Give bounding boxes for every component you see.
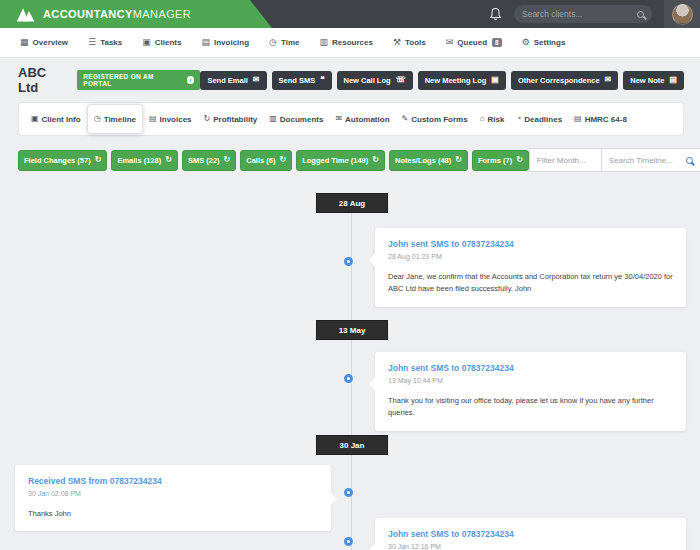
overview-grid-icon: ▦ xyxy=(20,38,29,47)
tasks-list-icon: ☰ xyxy=(88,38,96,47)
tab-risk[interactable]: ⌂Risk xyxy=(474,102,511,136)
filter-forms-button[interactable]: Forms (7)↻ xyxy=(472,150,529,171)
button-label: New Meeting Log xyxy=(425,76,487,85)
nav-label: Invoicing xyxy=(214,38,249,47)
timeline-search-input[interactable] xyxy=(602,149,686,171)
tab-profitability[interactable]: ↻Profitability xyxy=(198,102,264,136)
notifications-bell-icon[interactable] xyxy=(489,7,502,21)
refresh-icon: ↻ xyxy=(455,156,462,164)
top-header: ACCOUNTANCYMANAGER xyxy=(0,0,700,28)
tab-timeline[interactable]: ◷Timeline xyxy=(87,104,143,134)
tab-invoices[interactable]: ▤Invoices xyxy=(143,102,198,136)
brand-name: ACCOUNTANCYMANAGER xyxy=(43,8,191,20)
new-note-button[interactable]: New Note▤ xyxy=(623,71,684,90)
filter-calls-button[interactable]: Calls (6)↻ xyxy=(240,150,292,171)
client-name: ABC Ltd xyxy=(18,65,69,95)
tab-hmrc-64-8[interactable]: ▤HMRC 64-8 xyxy=(568,102,633,136)
info-icon: i xyxy=(187,76,195,84)
search-icon[interactable] xyxy=(637,11,644,18)
tab-automation[interactable]: ✉Automation xyxy=(329,102,395,136)
clients-icon: ▣ xyxy=(142,38,151,47)
send-email-button[interactable]: Send Email✉ xyxy=(200,71,266,90)
tab-label: Profitability xyxy=(213,115,257,124)
button-label: Other Correspondence xyxy=(518,76,600,85)
timeline-date-chip: 13 May xyxy=(316,320,388,340)
tab-deadlines[interactable]: ◔Deadlines xyxy=(510,102,568,136)
filter-emails-button[interactable]: Emails (128)↻ xyxy=(111,150,177,171)
timeline-feed: 28 Aug John sent SMS to 07837234234 28 A… xyxy=(0,188,700,550)
client-search-input[interactable] xyxy=(522,9,637,19)
filter-sms-button[interactable]: SMS (22)↻ xyxy=(182,150,236,171)
filter-label: Emails (128) xyxy=(117,156,161,165)
button-label: Send Email xyxy=(207,76,247,85)
new-call-log-button[interactable]: New Call Log☏ xyxy=(337,71,413,90)
automation-envelope-icon: ✉ xyxy=(335,115,342,123)
timeline-entry-link[interactable]: John sent SMS to 07837234234 xyxy=(388,363,673,373)
main-nav: ▦Overview ☰Tasks ▣Clients ▤Invoicing ◷Ti… xyxy=(0,28,700,58)
tab-custom-forms[interactable]: ✎Custom Forms xyxy=(396,102,474,136)
custom-forms-pencil-icon: ✎ xyxy=(402,115,409,123)
user-menu[interactable] xyxy=(664,0,700,28)
nav-item-queued[interactable]: ✉Queued8 xyxy=(436,28,512,58)
phone-icon: ☏ xyxy=(396,76,406,84)
filter-label: Field Changes (57) xyxy=(24,156,91,165)
queued-envelope-icon: ✉ xyxy=(446,38,454,47)
documents-folder-icon: ▥ xyxy=(269,115,277,123)
filter-month-input[interactable] xyxy=(529,148,601,172)
timeline-date-chip: 28 Aug xyxy=(316,193,388,213)
brand-logo-icon xyxy=(16,6,36,22)
nav-label: Queued xyxy=(457,38,487,47)
filter-field-changes-button[interactable]: Field Changes (57)↻ xyxy=(18,150,107,171)
filter-notes-logs-button[interactable]: Notes/Logs (48)↻ xyxy=(389,150,468,171)
profitability-icon: ↻ xyxy=(204,115,211,123)
sms-bubble-icon: ❝ xyxy=(320,76,324,84)
send-sms-button[interactable]: Send SMS❝ xyxy=(272,71,332,90)
client-action-buttons: Send Email✉ Send SMS❝ New Call Log☏ New … xyxy=(200,71,684,90)
client-search xyxy=(514,5,652,23)
timeline-search xyxy=(601,148,700,172)
nav-item-invoicing[interactable]: ▤Invoicing xyxy=(191,28,259,58)
new-meeting-log-button[interactable]: New Meeting Log▣ xyxy=(418,71,506,90)
nav-item-tools[interactable]: ⚒Tools xyxy=(383,28,436,58)
refresh-icon: ↻ xyxy=(516,156,523,164)
nav-item-tasks[interactable]: ☰Tasks xyxy=(78,28,132,58)
settings-gear-icon: ⚙ xyxy=(522,38,530,47)
header-right-cluster xyxy=(489,0,700,28)
nav-label: Time xyxy=(281,38,300,47)
nav-item-settings[interactable]: ⚙Settings xyxy=(512,28,576,58)
user-avatar[interactable] xyxy=(672,4,693,25)
timeline-node-dot xyxy=(344,257,353,266)
tab-label: Timeline xyxy=(104,115,136,124)
brand-name-bold: ACCOUNTANCY xyxy=(43,8,133,20)
tools-wrench-icon: ⚒ xyxy=(393,38,401,47)
portal-badge-label: REGISTERED ON AM PORTAL xyxy=(83,73,182,87)
tab-client-info[interactable]: ▣Client Info xyxy=(25,102,87,136)
timeline-node-dot xyxy=(344,488,353,497)
hmrc-document-icon: ▤ xyxy=(574,115,582,123)
timeline-entry-link[interactable]: John sent SMS to 07837234234 xyxy=(388,239,673,249)
timeline-entry-link[interactable]: John sent SMS to 07837234234 xyxy=(388,529,673,539)
tab-label: Client Info xyxy=(42,115,81,124)
other-correspondence-button[interactable]: Other Correspondence✉ xyxy=(511,71,618,90)
tab-label: Custom Forms xyxy=(411,115,467,124)
refresh-icon: ↻ xyxy=(279,156,286,164)
nav-label: Overview xyxy=(33,38,69,47)
nav-item-time[interactable]: ◷Time xyxy=(259,28,309,58)
nav-item-resources[interactable]: ▥Resources xyxy=(309,28,382,58)
email-icon: ✉ xyxy=(253,76,260,84)
timeline-entry-link[interactable]: Received SMS from 07837234234 xyxy=(28,476,318,486)
queued-count-badge: 8 xyxy=(492,38,502,47)
invoicing-document-icon: ▤ xyxy=(201,38,210,47)
nav-label: Settings xyxy=(534,38,566,47)
tab-documents[interactable]: ▥Documents xyxy=(263,102,329,136)
envelope-icon: ✉ xyxy=(605,76,612,84)
filter-logged-time-button[interactable]: Logged Time (149)↻ xyxy=(296,150,385,171)
nav-item-clients[interactable]: ▣Clients xyxy=(132,28,191,58)
timeline-entry-body: Thank you for visiting our office today,… xyxy=(388,395,673,420)
brand-area: ACCOUNTANCYMANAGER xyxy=(0,0,280,28)
app-window: ACCOUNTANCYMANAGER ▦Overview ☰Tasks ▣Cli… xyxy=(0,0,700,550)
nav-item-overview[interactable]: ▦Overview xyxy=(10,28,78,58)
search-icon[interactable] xyxy=(686,157,693,164)
timeline-filter-bar: Field Changes (57)↻ Emails (128)↻ SMS (2… xyxy=(18,148,684,172)
tab-label: Invoices xyxy=(160,115,192,124)
